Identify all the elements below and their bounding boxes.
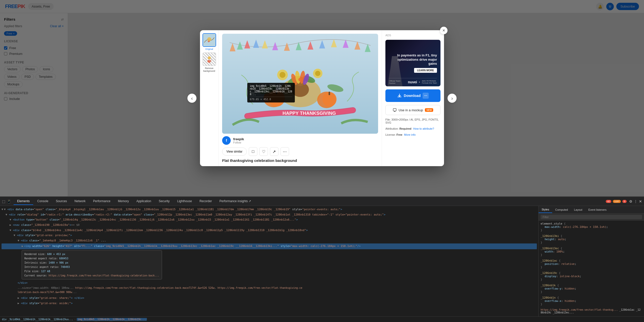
- close-devtools-icon[interactable]: ✕: [639, 199, 642, 203]
- more-info-link[interactable]: More info: [404, 133, 416, 136]
- css-rule-4: _1286nb19c { display: inline-block; }: [541, 271, 642, 281]
- styles-panel: Styles Computed Layout Event listeners e…: [538, 206, 644, 316]
- ad-brand1: nuvei: [408, 80, 417, 84]
- modal-overlay[interactable]: × ‹ › Original: [0, 0, 644, 196]
- selected-html-line[interactable]: ▶ <img width="626" height="417" alt="Fl.…: [2, 243, 537, 249]
- modal: × ‹ › Original: [200, 30, 444, 166]
- how-to-attribute-link[interactable]: How to attribute?: [413, 127, 434, 130]
- html-panel[interactable]: ▼ ▼ <div data-state="open" class="_btqsk…: [0, 206, 538, 316]
- styles-content[interactable]: element.style { max-width: calc(-276.184…: [539, 221, 644, 316]
- main-image-container[interactable]: HAPPY THANKSGIVING img_9zid0k5__1286nb1h…: [222, 34, 378, 134]
- styles-tab-bar: Styles Computed Layout Event listeners: [539, 206, 644, 213]
- event-listeners-tab[interactable]: Event listeners: [585, 207, 610, 213]
- svg-point-39: [298, 78, 302, 81]
- html-line-2[interactable]: ▶ <div style="grid-area: share;"> </div>: [2, 296, 537, 301]
- ad-partner-label: Official Team Partner: [389, 80, 406, 84]
- ad-brand2: AMG PETRONAS Formula One Team: [422, 80, 437, 84]
- license-row: License: Free More info: [385, 133, 440, 136]
- next-arrow[interactable]: ›: [448, 94, 457, 103]
- devtools-panel-icons: ⬚ 📱: [2, 199, 11, 203]
- tab-security[interactable]: Security: [155, 198, 173, 205]
- svg-point-2: [208, 56, 211, 59]
- devtools-tab-bar: ⬚ 📱 Elements Console Sources Network Per…: [0, 197, 644, 206]
- more-btn[interactable]: ⋯: [280, 147, 289, 156]
- mockup-icon: [393, 108, 397, 112]
- html-line[interactable]: ▼ <button type="button" class="_1286nb14…: [2, 217, 537, 223]
- tab-performance[interactable]: Performance: [90, 198, 114, 205]
- like-btn[interactable]: ♡: [259, 147, 268, 156]
- more-devtools-icon[interactable]: ⋮: [634, 199, 637, 203]
- add-collection-btn[interactable]: □: [249, 147, 257, 156]
- element-tooltip: img_9zid0k5__1286nb1h__1286 nb1k__1286nb…: [247, 83, 295, 102]
- thumbnail-panel: Original Remove background: [200, 30, 219, 166]
- image-info-tooltip: Rendered size: 680 × 453 px Rendered asp…: [22, 250, 162, 279]
- devtools-body: ▼ ▼ <div data-state="open" class="_btqsk…: [0, 206, 644, 316]
- author-name[interactable]: freepik: [233, 137, 244, 141]
- css-rule-img-src: https://img.freepik.com/free-vector/flat…: [541, 308, 642, 314]
- follow-btn[interactable]: Follow: [233, 141, 244, 144]
- tab-sources[interactable]: Sources: [52, 198, 70, 205]
- ads-label: ADS: [385, 34, 440, 37]
- html-line-3[interactable]: ▶ <div style="grid-area: aside;">: [2, 301, 537, 306]
- original-label: Original: [205, 48, 213, 50]
- html-line-srcs[interactable]: ...sizes="(max-width: 480px) 100vw... ht…: [2, 285, 303, 295]
- tab-elements[interactable]: Elements: [14, 198, 33, 205]
- download-format-btn[interactable]: ⋯: [423, 93, 429, 99]
- warning-badge: 1157: [613, 200, 621, 203]
- css-rule-5: _1286nb1k { overflow-y: hidden; }: [541, 284, 642, 294]
- layout-tab[interactable]: Layout: [571, 207, 585, 213]
- breadcrumb-path[interactable]: div _9zid0kb__1286nb1h__1286nb1k__1286nb…: [2, 318, 73, 321]
- tab-performance-insights[interactable]: Performance insights ↗: [216, 198, 255, 205]
- css-rule-2: _1286nb13ec { width: 100%; }: [541, 247, 642, 257]
- settings-icon[interactable]: ⚙: [629, 199, 632, 203]
- new-badge: NEW: [425, 108, 433, 112]
- breadcrumb-selected[interactable]: img_9zid0k5__1286nb1h__1286nb1k__1286nb1…: [77, 318, 147, 321]
- main-illustration: HAPPY THANKSGIVING: [222, 34, 378, 134]
- tab-lighthouse[interactable]: Lighthouse: [174, 198, 195, 205]
- file-info: File: 3000×2000px / AI, EPS, JPG, FONTS,…: [385, 118, 440, 124]
- html-line[interactable]: ▼ <div role="dialog" id="radix-r1:" aria…: [2, 212, 537, 218]
- css-rule-6: _1286nb1n { overflow-x: hidden; }: [541, 296, 642, 306]
- download-btn[interactable]: Download ⋯: [385, 89, 440, 102]
- share-btn[interactable]: ↗: [270, 147, 278, 156]
- prev-arrow[interactable]: ‹: [187, 94, 196, 103]
- remove-bg-label: Remove background: [202, 67, 216, 73]
- view-similar-btn[interactable]: View similar: [222, 148, 247, 156]
- html-line[interactable]: ▼ ▼ <div data-state="open" class="_btqsk…: [2, 207, 537, 212]
- error-badge: 42: [606, 200, 611, 203]
- remove-bg-thumb[interactable]: Remove background: [202, 52, 216, 73]
- devtools-panel: ⬚ 📱 Elements Console Sources Network Per…: [0, 196, 644, 322]
- tab-memory[interactable]: Memory: [114, 198, 132, 205]
- close-button[interactable]: ×: [440, 27, 448, 34]
- styles-tab-active[interactable]: Styles: [539, 206, 552, 213]
- download-icon: [397, 93, 402, 98]
- svg-text:HAPPY THANKSGIVING: HAPPY THANKSGIVING: [283, 111, 336, 116]
- original-thumb[interactable]: Original: [202, 33, 216, 50]
- action-row: View similar □ ♡ ↗ ⋯: [222, 147, 378, 156]
- css-rule-1: _1286nb13ki { height: auto; }: [541, 234, 642, 244]
- mockup-btn[interactable]: Use in a mockup NEW: [385, 105, 440, 115]
- tab-network[interactable]: Network: [71, 198, 89, 205]
- tab-application[interactable]: Application: [133, 198, 155, 205]
- ad-learn-btn[interactable]: LEARN MORE: [414, 68, 437, 73]
- css-rule-3: _1286nb1ac { position: relative; }: [541, 259, 642, 269]
- html-line-close1[interactable]: </div>: [2, 280, 537, 286]
- svg-rect-24: [329, 92, 330, 95]
- css-rule-element-style: element.style { max-width: calc(-276.184…: [541, 222, 642, 232]
- styles-filter-input[interactable]: [541, 215, 642, 219]
- ad-banner[interactable]: In payments as in F1, tiny optimizations…: [385, 40, 440, 86]
- right-panel: ADS In payments as in F1, tiny optimizat…: [382, 30, 444, 166]
- svg-point-1: [207, 37, 211, 41]
- html-line[interactable]: ▼ <div class="bl4nd _1286nb14ns _1286nb1…: [2, 228, 537, 233]
- author-avatar: f: [222, 136, 231, 145]
- computed-tab[interactable]: Computed: [552, 207, 571, 213]
- svg-point-28: [315, 71, 320, 76]
- tab-console[interactable]: Console: [34, 198, 52, 205]
- asset-title: Flat thanksgiving celebration background: [222, 158, 378, 163]
- html-line[interactable]: ▼ <div class="_1mhm4qc8 _1mhm4qc3 _1286n…: [2, 238, 537, 243]
- tab-recorder[interactable]: Recorder: [196, 198, 215, 205]
- html-line[interactable]: ▼ <div style="grid-area: preview;">: [2, 233, 537, 238]
- device-icon[interactable]: 📱: [7, 199, 11, 203]
- html-line[interactable]: ▶ <nav class="_1286nb190 _1286nb19a"> ==…: [2, 223, 537, 228]
- inspect-icon[interactable]: ⬚: [2, 199, 5, 203]
